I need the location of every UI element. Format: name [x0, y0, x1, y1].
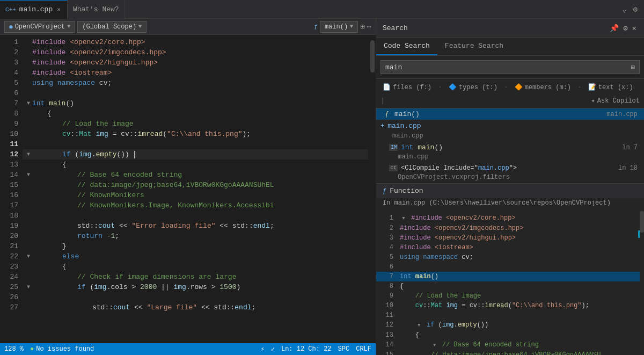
code-line-25: ▼ if (img.cols > 2000 || img.rows > 1500… [23, 282, 368, 292]
copilot-icon: ✦ [591, 97, 595, 105]
tab-code-search[interactable]: Code Search [376, 38, 437, 55]
result-int-main[interactable]: IM int main() ln 7 [376, 142, 644, 153]
preview-scrollbar-thumb[interactable] [640, 211, 644, 233]
format-icon: ✓ [271, 345, 275, 353]
result-main-function[interactable]: ƒ main() main.cpp [376, 108, 644, 120]
tab-main-cpp-label: main.cpp [19, 5, 53, 13]
code-line-7: ▼ int main() [23, 98, 368, 108]
int-main-icon: IM [389, 144, 398, 151]
tab-bar: C++ main.cpp ✕ What's New? ⌄ ⚙ [0, 0, 644, 19]
fold-1[interactable] [25, 37, 32, 47]
function-result-icon: ƒ [383, 111, 391, 118]
code-line-14: ▼ // Base 64 encoded string [23, 170, 368, 180]
preview-line-13: 13 { [376, 330, 644, 340]
preview-line-3: 3 #include <opencv2/highgui.hpp> [376, 233, 644, 243]
code-line-4: #include <iostream> [23, 68, 368, 78]
cpp-file-icon: C++ [5, 6, 16, 13]
tab-feature-search[interactable]: Feature Search [437, 38, 511, 55]
preview-line-4: 4 #include <iostream> [376, 243, 644, 252]
search-input-area: ⊞ [376, 56, 644, 79]
code-line-16: // KnownMonikers [23, 190, 368, 200]
main-layout: ◉ OpenCVProject ▼ (Global Scope) ▼ ƒ mai… [0, 19, 644, 355]
code-line-27: std::cout << "Large file" << std::endl; [23, 302, 368, 313]
preview-scrollbar-track [640, 211, 644, 355]
tab-whats-new[interactable]: What's New? [68, 0, 125, 19]
filter-files[interactable]: 📄 files (f:) [380, 82, 434, 92]
types-icon: 🔷 [449, 83, 457, 91]
line-numbers: 1 2 3 4 5 6 7 8 9 10 11 12 13 14 15 16 1… [0, 35, 23, 343]
group-main-path: main.cpp [376, 132, 644, 142]
fold-7[interactable]: ▼ [25, 98, 32, 108]
search-settings-icon[interactable]: ⚙ [622, 23, 628, 34]
int-main-file: main.cpp [376, 153, 644, 163]
code-line-1: #include <opencv2/core.hpp> [23, 37, 368, 47]
tab-settings-icon[interactable]: ⚙ [631, 3, 640, 16]
result-main-name: main() [394, 110, 420, 118]
preview-line-11: 11 [376, 310, 644, 320]
code-line-8: { [23, 108, 368, 119]
function-selector[interactable]: main() ▼ [320, 21, 358, 33]
toolbar-expand-icon[interactable]: ⊞ [360, 22, 364, 31]
search-input-wrapper[interactable]: ⊞ [380, 60, 640, 74]
fold-25[interactable]: ▼ [25, 282, 32, 292]
code-line-21: } [23, 241, 368, 251]
tab-overflow-icon[interactable]: ⌄ [620, 3, 628, 16]
tab-main-cpp[interactable]: C++ main.cpp ✕ [0, 0, 68, 19]
code-line-26 [23, 292, 368, 302]
filter-members[interactable]: 🔶 members (m:) [513, 82, 573, 92]
code-line-11 [23, 139, 368, 149]
search-panel-header: Search 📌 ⚙ ✕ [376, 19, 644, 38]
preview-line-8: 8 { [376, 281, 644, 291]
fold-22[interactable]: ▼ [25, 251, 32, 262]
preview-line-1: 1 ▼ #include <opencv2/core.hpp> [376, 213, 644, 223]
preview-line-2: 2 #include <opencv2/imgcodecs.hpp> [376, 223, 644, 233]
code-line-15: // data:image/jpeg;base64,iVBORw0KGgoAAA… [23, 180, 368, 190]
scope-selector[interactable]: (Global Scope) ▼ [77, 21, 147, 33]
editor-area: ◉ OpenCVProject ▼ (Global Scope) ▼ ƒ mai… [0, 19, 376, 355]
editor-scrollbar[interactable] [368, 35, 376, 343]
preview-line-9: 9 // Load the image [376, 291, 644, 301]
preview-section: ƒ Function In main.cpp (C:\Users\hwelliv… [376, 183, 644, 355]
filter-sep-4: | [380, 97, 385, 105]
code-line-23: { [23, 262, 368, 272]
ask-copilot-btn[interactable]: ✦ Ask Copilot [591, 97, 640, 105]
tab-main-cpp-close[interactable]: ✕ [56, 5, 62, 14]
no-issues[interactable]: ● No issues found [30, 345, 94, 353]
preview-type-icon: ƒ [383, 187, 386, 195]
preview-line-7: 7 int main() [376, 272, 644, 281]
fold-12[interactable]: ▼ [25, 149, 32, 160]
text-icon: 📝 [588, 83, 596, 91]
code-editor[interactable]: 1 2 3 4 5 6 7 8 9 10 11 12 13 14 15 16 1… [0, 35, 376, 343]
fold-14[interactable]: ▼ [25, 170, 32, 180]
zoom-level[interactable]: 128 % [4, 345, 24, 353]
result-clcompile[interactable]: CI <ClCompile Include="main.cpp"> ln 18 [376, 163, 644, 173]
toolbar-more-icon[interactable]: ⋯ [367, 22, 371, 31]
function-dropdown-icon: ▼ [350, 24, 353, 30]
code-line-2: #include <opencv2/imgcodecs.hpp> [23, 47, 368, 57]
scope-name: (Global Scope) [82, 23, 136, 31]
code-line-9: // Load the image [23, 119, 368, 129]
scope-dropdown-icon: ▼ [138, 24, 142, 30]
filter-types[interactable]: 🔷 types (t:) [447, 82, 500, 92]
project-selector[interactable]: ◉ OpenCVProject ▼ [4, 21, 75, 33]
line-ending: CRLF [356, 345, 371, 353]
project-icon: ◉ [9, 23, 13, 30]
filter-sep-1: · [438, 83, 442, 91]
filter-text[interactable]: 📝 text (x:) [586, 82, 635, 92]
search-results[interactable]: ƒ main() main.cpp + main.cpp main.cpp IM… [376, 108, 644, 355]
filter-sep-3: · [577, 83, 582, 91]
preview-line-10: 10 cv::Mat img = cv::imread("C:\\and thi… [376, 301, 644, 310]
search-view-icon[interactable]: ⊞ [631, 63, 635, 71]
result-group-maincpp[interactable]: + main.cpp [376, 120, 644, 132]
cursor-position: Ln: 12 Ch: 22 [281, 345, 332, 353]
search-input[interactable] [385, 63, 628, 71]
search-pin-icon[interactable]: 📌 [609, 23, 620, 34]
search-close-icon[interactable]: ✕ [631, 23, 638, 34]
result-clcompile-linenum: ln 18 [618, 164, 638, 172]
project-name: OpenCVProject [15, 23, 65, 31]
scroll-thumb[interactable] [370, 40, 375, 73]
code-content[interactable]: #include <opencv2/core.hpp> #include <op… [23, 35, 368, 343]
clcompile-icon: CI [389, 165, 398, 171]
code-line-18 [23, 211, 368, 221]
filter-sep-2: · [504, 83, 508, 91]
